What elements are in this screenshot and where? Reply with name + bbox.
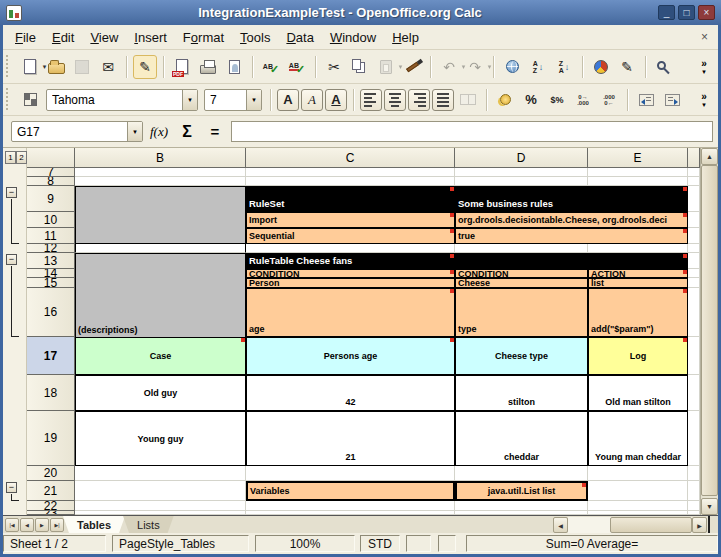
cell-E21[interactable]: [588, 481, 688, 501]
cell-E15[interactable]: list: [588, 278, 688, 288]
cell-C11[interactable]: Sequential: [246, 228, 455, 244]
cell-E16[interactable]: add("$param"): [588, 288, 688, 337]
row-header-7[interactable]: 7: [27, 168, 75, 177]
grid-corner[interactable]: [27, 148, 75, 168]
number-format-standard-button[interactable]: $%: [545, 88, 569, 112]
cell-B10[interactable]: [75, 212, 246, 228]
cell-B7[interactable]: [75, 168, 246, 177]
cell-C20[interactable]: [246, 466, 455, 481]
add-decimal-place-button[interactable]: 0→ .000: [571, 88, 595, 112]
cell-D14[interactable]: CONDITION: [455, 269, 588, 278]
cell-E19[interactable]: Young man cheddar: [588, 411, 688, 466]
underline-button[interactable]: A: [325, 89, 347, 111]
cell-C9[interactable]: RuleSet: [246, 186, 455, 212]
row-header-17[interactable]: 17: [27, 337, 75, 375]
page-preview-button[interactable]: [222, 55, 246, 79]
row-header-14[interactable]: 14: [27, 269, 75, 278]
menu-format[interactable]: Format: [175, 27, 232, 48]
bold-button[interactable]: A: [277, 89, 299, 111]
column-header-blank[interactable]: [688, 148, 700, 168]
row-header-18[interactable]: 18: [27, 375, 75, 411]
cell-F16[interactable]: [688, 288, 700, 337]
row-header-21[interactable]: 21: [27, 481, 75, 501]
cell-B19[interactable]: Young guy: [75, 411, 246, 466]
cell-B9[interactable]: [75, 186, 246, 212]
outline-level-1-button[interactable]: 1: [5, 151, 16, 164]
cell-C17[interactable]: Persons age: [246, 337, 455, 375]
formatting-toolbar-overflow-button[interactable]: »▾: [696, 92, 712, 108]
row-header-20[interactable]: 20: [27, 466, 75, 481]
cell-C13[interactable]: RuleTable Cheese fans: [246, 253, 455, 269]
row-header-11[interactable]: 11: [27, 228, 75, 244]
horizontal-scrollbar[interactable]: ◀ ▶: [553, 517, 707, 533]
horizontal-scrollbar-track[interactable]: [568, 517, 692, 533]
name-box[interactable]: G17 ▾: [11, 121, 143, 142]
spellcheck-button[interactable]: AB✓: [259, 55, 283, 79]
cell-B22[interactable]: [75, 501, 246, 511]
row-header-22[interactable]: 22: [27, 501, 75, 511]
print-button[interactable]: [196, 55, 220, 79]
sheet-tab-tables[interactable]: Tables: [63, 516, 125, 533]
cell-D15[interactable]: Cheese: [455, 278, 588, 288]
cell-C18[interactable]: 42: [246, 375, 455, 411]
cell-D21[interactable]: java.util.List list: [455, 481, 588, 501]
column-header-C[interactable]: C: [246, 148, 455, 168]
cell-F13[interactable]: [688, 253, 700, 269]
previous-sheet-button[interactable]: ◀: [20, 518, 34, 532]
cell-F12[interactable]: [688, 244, 700, 253]
column-header-B[interactable]: B: [75, 148, 246, 168]
cell-D8[interactable]: [455, 177, 588, 186]
cell-C22[interactable]: [246, 501, 455, 511]
cell-D12[interactable]: [455, 244, 588, 253]
horizontal-scrollbar-thumb[interactable]: [610, 517, 692, 533]
cell-E14[interactable]: ACTION: [588, 269, 688, 278]
menu-file[interactable]: File: [7, 27, 44, 48]
cell-D19[interactable]: cheddar: [455, 411, 588, 466]
cell-C16[interactable]: age: [246, 288, 455, 337]
cell-B12[interactable]: [75, 244, 246, 253]
cell-B13[interactable]: [75, 253, 246, 269]
outline-collapse-button[interactable]: −: [6, 254, 17, 265]
column-header-D[interactable]: D: [455, 148, 588, 168]
cell-F11[interactable]: [688, 228, 700, 244]
cell-C19[interactable]: 21: [246, 411, 455, 466]
cell-F19[interactable]: [688, 411, 700, 466]
cell-F18[interactable]: [688, 375, 700, 411]
cell-B15[interactable]: [75, 278, 246, 288]
cell-E22[interactable]: [588, 501, 688, 511]
cell-C7[interactable]: [246, 168, 455, 177]
cell-F21[interactable]: [688, 481, 700, 501]
cell-B18[interactable]: Old guy: [75, 375, 246, 411]
next-sheet-button[interactable]: ▶: [35, 518, 49, 532]
row-header-19[interactable]: 19: [27, 411, 75, 466]
minimize-button[interactable]: _: [658, 5, 675, 20]
menu-window[interactable]: Window: [322, 27, 384, 48]
cell-D10[interactable]: org.drools.decisiontable.Cheese, org.dro…: [455, 212, 688, 228]
cell-F22[interactable]: [688, 501, 700, 511]
cell-E8[interactable]: [588, 177, 688, 186]
outline-level-2-button[interactable]: 2: [16, 151, 27, 164]
cell-C21[interactable]: Variables: [246, 481, 455, 501]
menu-view[interactable]: View: [82, 27, 126, 48]
email-document-button[interactable]: ✉: [96, 55, 120, 79]
sort-descending-button[interactable]: Z A↓: [552, 55, 576, 79]
copy-button[interactable]: [348, 55, 372, 79]
export-pdf-button[interactable]: PDF: [170, 55, 194, 79]
sheet-tab-lists[interactable]: Lists: [123, 516, 174, 533]
font-size-dropdown[interactable]: ▾: [246, 90, 261, 110]
menu-insert[interactable]: Insert: [126, 27, 175, 48]
cell-D22[interactable]: [455, 501, 588, 511]
number-format-currency-button[interactable]: [493, 88, 517, 112]
align-right-button[interactable]: [408, 89, 430, 111]
number-format-percent-button[interactable]: %: [519, 88, 543, 112]
cell-B17[interactable]: Case: [75, 337, 246, 375]
scroll-left-button[interactable]: ◀: [553, 517, 568, 533]
formula-input[interactable]: [231, 121, 713, 142]
scroll-up-button[interactable]: ▲: [701, 148, 718, 165]
menu-data[interactable]: Data: [278, 27, 321, 48]
align-center-button[interactable]: [384, 89, 406, 111]
cell-F9[interactable]: [688, 186, 700, 212]
justified-button[interactable]: [432, 89, 454, 111]
font-name-dropdown[interactable]: ▾: [182, 90, 197, 110]
cell-C12[interactable]: [246, 244, 455, 253]
